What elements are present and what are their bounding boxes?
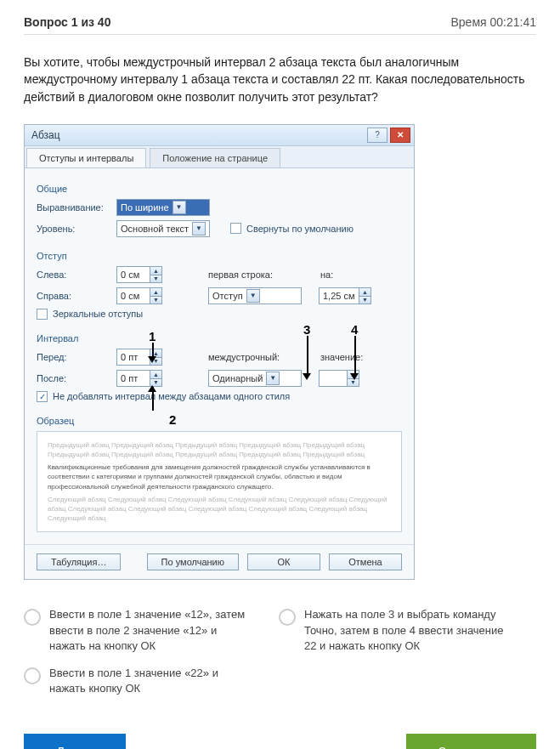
left-indent-spinner[interactable]: 0 см ▲▼	[116, 266, 162, 283]
label-level: Уровень:	[37, 224, 111, 234]
linespacing-value-spinner[interactable]: ▲▼	[319, 370, 359, 387]
linespacing-combo[interactable]: Одинарный ▼	[208, 370, 302, 387]
label-before: Перед:	[37, 352, 111, 362]
tab-line-breaks[interactable]: Положение на странице	[150, 148, 280, 167]
dialog-titlebar: Абзац ? ✕	[25, 125, 414, 146]
divider	[24, 34, 536, 35]
label-by: на:	[320, 270, 333, 280]
firstline-by-spinner[interactable]: 1,25 см ▲▼	[319, 287, 371, 304]
tabs-button[interactable]: Табуляция…	[37, 553, 121, 570]
group-indent: Отступ	[37, 251, 402, 261]
label-firstline: первая строка:	[208, 270, 293, 280]
ok-button[interactable]: ОК	[247, 553, 320, 570]
radio-icon	[279, 609, 296, 626]
help-icon[interactable]: ?	[367, 128, 387, 143]
label-after: После:	[37, 373, 111, 383]
group-general: Общие	[37, 184, 402, 194]
answer-option-1[interactable]: Ввести в поле 1 значение «12», затем вве…	[24, 607, 253, 654]
checkbox-checked-icon: ✓	[37, 391, 48, 402]
label-left: Слева:	[37, 270, 111, 280]
firstline-combo[interactable]: Отступ ▼	[208, 287, 302, 304]
alignment-value: По ширине	[121, 202, 169, 213]
label-value: значение:	[320, 352, 363, 362]
answer-option-2[interactable]: Нажать на поле 3 и выбрать команду Точно…	[279, 607, 508, 654]
preview-box: Предыдущий абзац Предыдущий абзац Предыд…	[37, 431, 402, 533]
dialog-title: Абзац	[31, 129, 60, 141]
question-counter: Вопрос 1 из 40	[24, 15, 110, 29]
answer-text: Нажать на поле 3 и выбрать команду Точно…	[304, 607, 508, 654]
label-right: Справа:	[37, 291, 111, 301]
right-indent-spinner[interactable]: 0 см ▲▼	[116, 287, 162, 304]
chevron-down-icon: ▼	[173, 201, 186, 214]
alignment-combo[interactable]: По ширине ▼	[116, 199, 210, 216]
label-linespacing: междустрочный:	[208, 352, 293, 362]
dontadd-checkbox[interactable]: ✓ Не добавлять интервал между абзацами о…	[37, 391, 402, 402]
cancel-button[interactable]: Отмена	[329, 553, 402, 570]
checkbox-icon	[230, 223, 241, 234]
answer-text: Ввести в поле 1 значение «22» и нажать к…	[49, 666, 253, 696]
tab-indents-spacing[interactable]: Отступы и интервалы	[26, 148, 146, 167]
radio-icon	[24, 609, 41, 626]
label-alignment: Выравнивание:	[37, 202, 111, 213]
finish-button[interactable]: Завершить	[406, 734, 536, 749]
after-spinner[interactable]: 0 пт ▲▼	[116, 370, 162, 387]
chevron-down-icon: ▼	[266, 372, 280, 385]
time-remaining: Время 00:21:41	[450, 15, 536, 29]
answer-option-3[interactable]: Ввести в поле 1 значение «22» и нажать к…	[24, 666, 253, 696]
mirror-checkbox[interactable]: Зеркальные отступы	[37, 309, 402, 320]
group-spacing: Интервал	[37, 333, 402, 343]
before-spinner[interactable]: 0 пт ▲▼	[116, 349, 162, 366]
chevron-down-icon: ▼	[192, 222, 206, 235]
close-icon[interactable]: ✕	[390, 128, 410, 143]
collapsed-checkbox[interactable]: Свернуты по умолчанию	[230, 223, 354, 234]
checkbox-icon	[37, 309, 48, 320]
level-combo[interactable]: Основной текст ▼	[116, 220, 210, 237]
question-text: Вы хотите, чтобы междустрочный интервал …	[24, 54, 536, 105]
level-value: Основной текст	[121, 224, 189, 234]
paragraph-dialog: Абзац ? ✕ Отступы и интервалы Положение …	[24, 124, 415, 581]
group-preview: Образец	[37, 416, 402, 426]
chevron-down-icon: ▼	[246, 289, 260, 303]
radio-icon	[24, 667, 41, 684]
default-button[interactable]: По умолчанию	[147, 553, 239, 570]
next-button[interactable]: Далее	[24, 734, 126, 749]
answer-text: Ввести в поле 1 значение «12», затем вве…	[49, 607, 253, 654]
